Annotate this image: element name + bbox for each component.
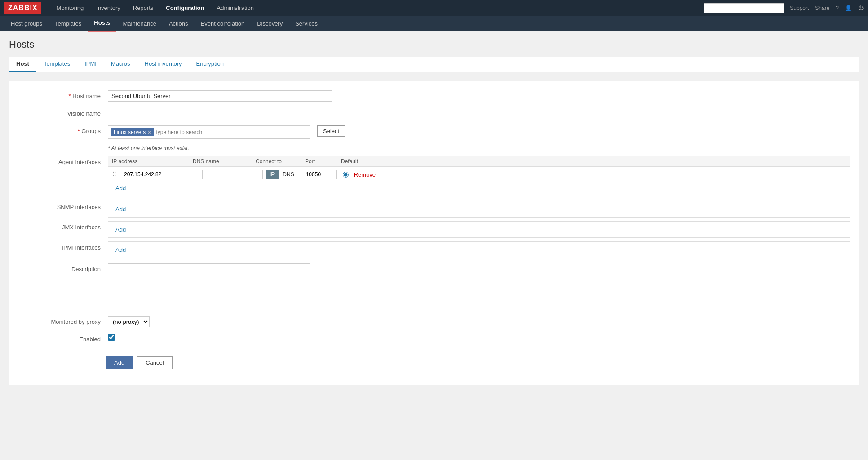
ipmi-add-wrapper: Add bbox=[108, 242, 850, 258]
groups-container[interactable]: Linux servers ✕ bbox=[108, 125, 310, 139]
agent-interfaces-content: IP address DNS name Connect to Port Defa… bbox=[108, 156, 850, 197]
add-button[interactable]: Add bbox=[106, 356, 133, 369]
ip-header: IP address bbox=[112, 158, 193, 165]
form-buttons: Add Cancel bbox=[9, 349, 859, 376]
jmx-add-link[interactable]: Add bbox=[112, 223, 129, 236]
monitored-by-proxy-field: (no proxy) bbox=[108, 316, 332, 327]
enabled-row: Enabled bbox=[9, 334, 859, 343]
description-textarea[interactable] bbox=[108, 263, 310, 308]
subnav-host-groups[interactable]: Host groups bbox=[4, 16, 49, 31]
agent-interfaces-section: Agent interfaces IP address DNS name Con… bbox=[9, 156, 859, 197]
host-name-label: Host name bbox=[18, 90, 108, 99]
groups-field-wrapper: Linux servers ✕ Select bbox=[108, 125, 345, 139]
jmx-add-wrapper: Add bbox=[108, 222, 850, 237]
ipmi-interfaces-section: IPMI interfaces Add bbox=[9, 241, 859, 258]
proxy-select[interactable]: (no proxy) bbox=[108, 316, 150, 327]
visible-name-row: Visible name bbox=[9, 108, 859, 119]
nav-monitoring[interactable]: Monitoring bbox=[50, 0, 90, 16]
user-icon[interactable]: 👤 bbox=[845, 5, 852, 11]
ipmi-interfaces-content: Add bbox=[108, 241, 850, 258]
visible-name-field bbox=[108, 108, 332, 119]
connect-ip-button[interactable]: IP bbox=[266, 170, 279, 179]
groups-row: Groups Linux servers ✕ Select bbox=[9, 125, 859, 139]
agent-remove-link[interactable]: Remove bbox=[354, 171, 376, 178]
jmx-interfaces-section: JMX interfaces Add bbox=[9, 221, 859, 238]
interface-notice: * At least one interface must exist. bbox=[9, 145, 859, 156]
sub-navigation: Host groups Templates Hosts Maintenance … bbox=[0, 16, 868, 31]
nav-administration[interactable]: Administration bbox=[211, 0, 260, 16]
snmp-interfaces-label: SNMP interfaces bbox=[18, 201, 108, 218]
group-tag-remove-icon[interactable]: ✕ bbox=[147, 130, 151, 135]
global-search-input[interactable] bbox=[704, 3, 784, 13]
top-nav-right: Support Share ? 👤 ⏻ bbox=[704, 3, 864, 13]
help-icon[interactable]: ? bbox=[836, 5, 839, 11]
tab-encryption[interactable]: Encryption bbox=[189, 57, 231, 72]
tab-host[interactable]: Host bbox=[9, 57, 36, 72]
ipmi-add-link[interactable]: Add bbox=[112, 244, 129, 256]
enabled-checkbox[interactable] bbox=[108, 334, 115, 341]
page-title: Hosts bbox=[9, 39, 859, 50]
subnav-event-correlation[interactable]: Event correlation bbox=[195, 16, 251, 31]
port-header: Port bbox=[305, 158, 341, 165]
agent-dns-input[interactable] bbox=[202, 170, 263, 179]
top-navigation: ZABBIX Monitoring Inventory Reports Conf… bbox=[0, 0, 868, 16]
snmp-interfaces-content: Add bbox=[108, 201, 850, 218]
tab-macros[interactable]: Macros bbox=[104, 57, 137, 72]
form-tabs: Host Templates IPMI Macros Host inventor… bbox=[9, 57, 859, 72]
connect-dns-button[interactable]: DNS bbox=[279, 170, 298, 179]
description-label: Description bbox=[18, 263, 108, 272]
subnav-actions[interactable]: Actions bbox=[163, 16, 195, 31]
subnav-maintenance[interactable]: Maintenance bbox=[116, 16, 162, 31]
connect-buttons: IP DNS bbox=[266, 170, 298, 179]
tab-ipmi[interactable]: IPMI bbox=[77, 57, 104, 72]
nav-configuration[interactable]: Configuration bbox=[159, 0, 210, 16]
agent-ip-input[interactable] bbox=[121, 170, 199, 179]
drag-handle-icon[interactable]: ⠿ bbox=[112, 171, 116, 178]
interfaces-header: IP address DNS name Connect to Port Defa… bbox=[108, 156, 850, 167]
agent-interface-row: ⠿ IP DNS Remove bbox=[108, 167, 850, 182]
subnav-hosts[interactable]: Hosts bbox=[88, 15, 116, 32]
subnav-discovery[interactable]: Discovery bbox=[251, 16, 289, 31]
host-name-input[interactable] bbox=[108, 90, 332, 102]
nav-reports[interactable]: Reports bbox=[127, 0, 160, 16]
jmx-interfaces-content: Add bbox=[108, 221, 850, 238]
zabbix-logo: ZABBIX bbox=[4, 2, 41, 14]
host-name-field bbox=[108, 90, 332, 102]
agent-add-wrapper: Add bbox=[108, 182, 850, 197]
monitored-by-proxy-row: Monitored by proxy (no proxy) bbox=[9, 316, 859, 327]
default-header: Default bbox=[341, 158, 377, 165]
enabled-label: Enabled bbox=[18, 334, 108, 343]
groups-search-input[interactable] bbox=[156, 129, 307, 135]
visible-name-input[interactable] bbox=[108, 108, 332, 119]
nav-inventory[interactable]: Inventory bbox=[90, 0, 126, 16]
host-name-row: Host name bbox=[9, 90, 859, 102]
agent-default-radio[interactable] bbox=[343, 172, 349, 178]
power-icon[interactable]: ⏻ bbox=[858, 5, 864, 11]
group-tag-label: Linux servers bbox=[114, 129, 146, 135]
connect-header: Connect to bbox=[256, 158, 305, 165]
snmp-add-wrapper: Add bbox=[108, 201, 850, 217]
enabled-field bbox=[108, 334, 332, 342]
tab-templates[interactable]: Templates bbox=[36, 57, 77, 72]
snmp-add-link[interactable]: Add bbox=[112, 203, 129, 215]
groups-label: Groups bbox=[18, 125, 108, 134]
groups-select-button[interactable]: Select bbox=[317, 125, 345, 137]
page-content: Hosts Host Templates IPMI Macros Host in… bbox=[0, 31, 868, 393]
monitored-by-proxy-label: Monitored by proxy bbox=[18, 316, 108, 325]
subnav-templates[interactable]: Templates bbox=[49, 16, 88, 31]
tab-host-inventory[interactable]: Host inventory bbox=[137, 57, 189, 72]
jmx-interfaces-label: JMX interfaces bbox=[18, 221, 108, 238]
description-row: Description bbox=[9, 263, 859, 310]
support-link[interactable]: Support bbox=[790, 5, 809, 11]
group-tag-linux-servers: Linux servers ✕ bbox=[111, 128, 154, 136]
cancel-button[interactable]: Cancel bbox=[137, 356, 172, 369]
subnav-services[interactable]: Services bbox=[289, 16, 324, 31]
host-form: Host name Visible name Groups Linux serv… bbox=[9, 81, 859, 385]
ipmi-interfaces-label: IPMI interfaces bbox=[18, 241, 108, 258]
agent-add-link[interactable]: Add bbox=[112, 182, 129, 194]
visible-name-label: Visible name bbox=[18, 108, 108, 117]
share-link[interactable]: Share bbox=[815, 5, 829, 11]
agent-port-input[interactable] bbox=[303, 170, 337, 179]
agent-interfaces-label: Agent interfaces bbox=[18, 156, 108, 197]
top-nav-icons: Support Share ? 👤 ⏻ bbox=[790, 5, 864, 11]
